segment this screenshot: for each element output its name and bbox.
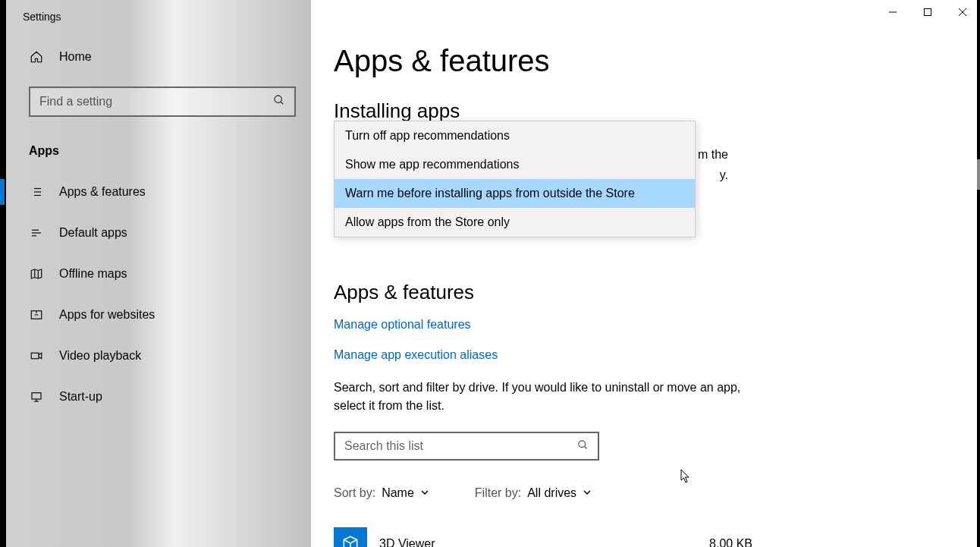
sort-value: Name [382, 486, 414, 500]
video-icon [29, 349, 44, 363]
dropdown-option[interactable]: Allow apps from the Store only [335, 208, 695, 237]
svg-line-23 [584, 446, 586, 448]
sidebar-item-label: Apps & features [59, 185, 146, 199]
dropdown-option[interactable]: Show me app recommendations [335, 150, 695, 179]
app-icon-3d-viewer [334, 527, 367, 547]
search-icon [273, 94, 285, 109]
sidebar-item-offline-maps[interactable]: Offline maps [6, 253, 311, 294]
sidebar-item-label: Apps for websites [59, 308, 155, 322]
installing-apps-header: Installing apps [334, 99, 950, 123]
sidebar-item-startup[interactable]: Start-up [6, 376, 311, 417]
window-right-edge [977, 0, 980, 547]
svg-rect-19 [925, 9, 931, 16]
window-title: Settings [6, 0, 311, 41]
map-icon [29, 267, 44, 281]
minimize-button[interactable] [875, 0, 910, 24]
svg-line-1 [281, 102, 283, 104]
sidebar: Settings Home Apps Apps & features Defa [0, 0, 311, 547]
sidebar-item-label: Start-up [59, 390, 102, 404]
home-label: Home [59, 50, 92, 64]
sort-by-dropdown[interactable]: Sort by: Name [334, 486, 429, 500]
svg-point-0 [275, 96, 281, 102]
chevron-down-icon [420, 486, 429, 500]
maximize-button[interactable] [910, 0, 945, 24]
settings-search[interactable] [29, 86, 296, 117]
category-header: Apps [6, 117, 311, 171]
sidebar-item-video-playback[interactable]: Video playback [6, 335, 311, 376]
settings-window: Settings Home Apps Apps & features Defa [0, 0, 980, 547]
svg-point-22 [579, 440, 586, 447]
search-icon [577, 439, 589, 454]
filter-value: All drives [527, 486, 576, 500]
mouse-cursor [680, 469, 691, 487]
app-list-search-input[interactable] [344, 439, 564, 453]
home-nav[interactable]: Home [6, 41, 311, 73]
sidebar-item-apps-features[interactable]: Apps & features [6, 171, 311, 212]
close-button[interactable] [945, 0, 980, 24]
dropdown-option[interactable]: Turn off app recommendations [335, 121, 695, 150]
app-name: 3D Viewer [379, 537, 697, 547]
titlebar-controls [875, 0, 980, 24]
app-size: 8.00 KB [709, 537, 752, 547]
apps-websites-icon [29, 308, 44, 322]
startup-icon [29, 390, 44, 404]
settings-search-input[interactable] [39, 95, 261, 108]
manage-optional-features-link[interactable]: Manage optional features [334, 318, 950, 332]
sidebar-item-apps-websites[interactable]: Apps for websites [6, 294, 311, 335]
sidebar-item-default-apps[interactable]: Default apps [6, 212, 311, 253]
list-icon [29, 185, 44, 199]
app-list-search[interactable] [334, 432, 599, 461]
installing-apps-dropdown[interactable]: Turn off app recommendations Show me app… [334, 121, 696, 237]
manage-aliases-link[interactable]: Manage app execution aliases [334, 348, 950, 362]
search-description: Search, sort and filter by drive. If you… [334, 379, 759, 415]
sidebar-item-label: Default apps [59, 226, 127, 240]
sidebar-item-label: Offline maps [59, 267, 127, 281]
scrollbar-thumb[interactable] [977, 159, 980, 190]
sort-filter-row: Sort by: Name Filter by: All drives [334, 486, 950, 500]
svg-rect-14 [31, 353, 39, 359]
home-icon [29, 50, 44, 64]
svg-rect-15 [32, 393, 41, 399]
page-title: Apps & features [334, 44, 950, 78]
main-content: Apps & features Installing apps Apps & f… [311, 0, 980, 547]
app-list-item[interactable]: 3D Viewer 8.00 KB [334, 527, 950, 547]
chevron-down-icon [583, 486, 592, 500]
dropdown-option-selected[interactable]: Warn me before installing apps from outs… [335, 179, 695, 208]
sidebar-item-label: Video playback [59, 349, 141, 363]
sort-label: Sort by: [334, 486, 375, 500]
filter-by-dropdown[interactable]: Filter by: All drives [475, 486, 592, 500]
defaults-icon [29, 226, 44, 240]
filter-label: Filter by: [475, 486, 521, 500]
apps-features-header: Apps & features [334, 281, 950, 304]
